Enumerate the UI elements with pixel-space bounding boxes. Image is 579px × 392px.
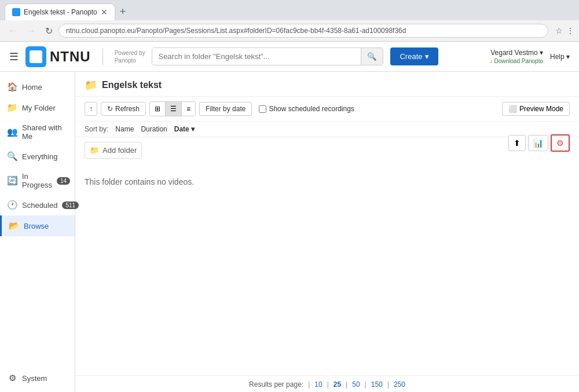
tab-close-icon[interactable]: ✕ (101, 8, 108, 17)
download-link[interactable]: ↓ Download Panopto (490, 57, 543, 65)
powered-by: Powered by Panopto (115, 49, 145, 64)
browser-controls: ← → ↻ ntnu.cloud.panopto.eu/Panopto/Page… (0, 20, 579, 41)
footer-sep-5: | (387, 380, 389, 389)
footer-option-25[interactable]: 25 (334, 380, 341, 389)
app: ☰ NTNU Powered by Panopto 🔍 Create ▾ Veg… (0, 42, 579, 392)
preview-label: Preview Mode (519, 105, 563, 113)
add-folder-item[interactable]: 📁 Add folder (85, 142, 142, 159)
sort-name-link[interactable]: Name (115, 125, 134, 133)
tab-bar: Engelsk tekst - Panopto ✕ + (0, 0, 579, 20)
browser-actions: ☆ ⋮ (555, 26, 574, 35)
sidebar-item-everything[interactable]: 🔍 Everything (0, 146, 75, 167)
user-name-text: Vegard Vestmo (490, 49, 537, 57)
folder-header: 📁 Engelsk tekst (75, 72, 579, 97)
home-icon: 🏠 (7, 82, 17, 92)
search-button[interactable]: 🔍 (361, 48, 383, 65)
filter-label: Filter by date (206, 105, 245, 113)
preview-mode-button[interactable]: ⬜ Preview Mode (502, 102, 570, 116)
footer-sep-4: | (365, 380, 367, 389)
sidebar-item-in-progress[interactable]: 🔄 In Progress 14 (0, 167, 75, 195)
system-icon: ⚙ (7, 373, 17, 383)
sidebar-label-my-folder: My Folder (22, 104, 68, 112)
main-content: ⬆ 📊 ⚙ 📁 Engelsk tekst ↑ ↻ Refresh ⊞ (75, 72, 579, 392)
address-bar[interactable]: ntnu.cloud.panopto.eu/Panopto/Pages/Sess… (58, 24, 548, 38)
footer-option-50[interactable]: 50 (352, 380, 360, 389)
add-folder-label: Add folder (102, 146, 137, 155)
create-arrow: ▾ (425, 52, 429, 61)
top-right-icons: ⬆ 📊 ⚙ (508, 134, 570, 152)
everything-icon: 🔍 (7, 151, 17, 162)
add-folder-icon: 📁 (90, 146, 99, 155)
sidebar-item-home[interactable]: 🏠 Home (0, 76, 75, 97)
sidebar-label-system: System (22, 374, 68, 383)
logo-box-inner (30, 50, 42, 63)
sort-date-link[interactable]: Date ▾ (174, 125, 195, 133)
sidebar-item-scheduled[interactable]: 🕐 Scheduled 511 (0, 195, 75, 215)
in-progress-badge: 14 (57, 177, 70, 185)
browse-icon: 📂 (9, 221, 19, 231)
refresh-button[interactable]: ↻ Refresh (101, 102, 146, 116)
sidebar-label-shared: Shared with Me (22, 123, 68, 141)
sort-bar: Sort by: Name Duration Date ▾ (75, 122, 579, 137)
sidebar-item-my-folder[interactable]: 📁 My Folder (0, 97, 75, 118)
view-detail-button[interactable]: ≡ (182, 102, 195, 116)
sidebar-label-everything: Everything (22, 152, 68, 161)
sidebar-item-shared-with-me[interactable]: 👥 Shared with Me (0, 118, 75, 146)
share-button[interactable]: ⬆ (508, 135, 526, 151)
filter-by-date-button[interactable]: Filter by date (199, 102, 252, 116)
show-scheduled-checkbox[interactable]: Show scheduled recordings (259, 105, 354, 113)
forward-button[interactable]: → (23, 24, 39, 37)
view-compact-button[interactable]: ⊞ (150, 102, 166, 116)
up-icon: ↑ (89, 105, 93, 113)
settings-button[interactable]: ⚙ (551, 134, 570, 152)
logo-text: NTNU (50, 49, 91, 65)
view-list-button[interactable]: ☰ (166, 102, 182, 116)
logo-box (25, 46, 46, 67)
refresh-label: Refresh (115, 105, 140, 113)
url-text: ntnu.cloud.panopto.eu/Panopto/Pages/Sess… (66, 27, 541, 35)
sidebar-item-browse[interactable]: 📂 Browse (0, 215, 75, 236)
show-scheduled-input[interactable] (259, 105, 266, 113)
tab-title: Engelsk tekst - Panopto (24, 8, 97, 16)
show-scheduled-label: Show scheduled recordings (269, 105, 354, 113)
back-button[interactable]: ← (5, 24, 21, 37)
up-button[interactable]: ↑ (85, 102, 97, 116)
header-divider (102, 48, 103, 65)
content-area: 🏠 Home 📁 My Folder 👥 Shared with Me 🔍 Ev… (0, 72, 579, 392)
hamburger-button[interactable]: ☰ (9, 50, 19, 63)
header-right: Vegard Vestmo ▾ ↓ Download Panopto Help … (490, 49, 570, 65)
create-button[interactable]: Create ▾ (390, 47, 438, 65)
sort-by-label: Sort by: (85, 125, 108, 133)
footer-option-10[interactable]: 10 (314, 380, 322, 389)
powered-by-line2: Panopto (115, 57, 145, 64)
footer-sep-3: | (346, 380, 347, 389)
sidebar-label-in-progress: In Progress (22, 172, 52, 189)
footer-option-150[interactable]: 150 (371, 380, 383, 389)
folder-title: Engelsk tekst (102, 80, 162, 90)
search-input[interactable] (152, 48, 361, 65)
bookmark-icon[interactable]: ☆ (555, 26, 563, 35)
app-header: ☰ NTNU Powered by Panopto 🔍 Create ▾ Veg… (0, 42, 579, 72)
more-icon[interactable]: ⋮ (566, 26, 574, 35)
my-folder-icon: 📁 (7, 102, 17, 113)
folder-list: 📁 Add folder (75, 137, 579, 163)
shared-icon: 👥 (7, 127, 17, 137)
preview-icon: ⬜ (508, 105, 517, 113)
sidebar-item-system[interactable]: ⚙ System (0, 368, 75, 389)
sidebar: 🏠 Home 📁 My Folder 👥 Shared with Me 🔍 Ev… (0, 72, 75, 392)
scheduled-icon: 🕐 (7, 200, 17, 210)
stats-button[interactable]: 📊 (528, 135, 548, 151)
sort-duration-link[interactable]: Duration (141, 125, 167, 133)
new-tab-button[interactable]: + (118, 6, 129, 18)
help-link[interactable]: Help ▾ (550, 53, 570, 61)
user-area[interactable]: Vegard Vestmo ▾ ↓ Download Panopto (490, 49, 543, 65)
logo-area: NTNU (25, 46, 91, 67)
refresh-icon: ↻ (107, 105, 113, 113)
sidebar-label-scheduled: Scheduled (22, 201, 57, 210)
browser-tab[interactable]: Engelsk tekst - Panopto ✕ (5, 3, 115, 20)
view-group: ⊞ ☰ ≡ (149, 101, 196, 116)
toolbar: ↑ ↻ Refresh ⊞ ☰ ≡ Filter by date Show sc… (75, 97, 579, 122)
footer-option-250[interactable]: 250 (394, 380, 405, 389)
search-bar: 🔍 (152, 47, 383, 65)
reload-button[interactable]: ↻ (42, 24, 56, 38)
